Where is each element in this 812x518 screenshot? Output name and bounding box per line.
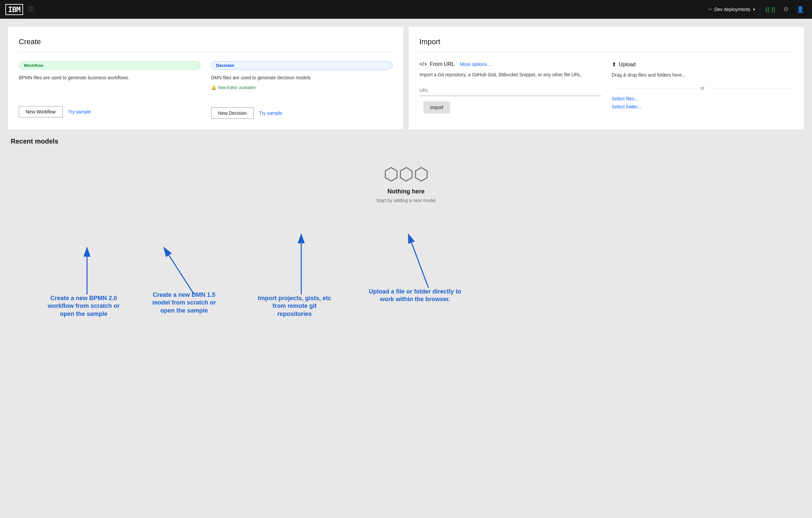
recent-title: Recent models: [11, 138, 801, 145]
select-files-link[interactable]: Select files...: [612, 96, 793, 101]
signal-icon[interactable]: ((·)): [763, 6, 778, 13]
import-annotation: Import projects, gists, etc from remote …: [254, 295, 335, 318]
create-divider: [19, 52, 393, 52]
new-decision-button[interactable]: New Decision: [211, 108, 254, 119]
workflow-badge: Workflow: [19, 61, 201, 70]
import-button[interactable]: Import: [424, 101, 450, 114]
or-label: or: [700, 85, 704, 91]
bell-icon: 🔔: [211, 85, 216, 90]
upload-annotation-text: Upload a file or folder directly to work…: [369, 288, 461, 303]
empty-state: ⬡⬡⬡ Nothing here Start by adding a new m…: [11, 151, 801, 216]
or-line-left: [612, 88, 697, 88]
main-content: Create Workflow BPMN files are used to g…: [0, 19, 812, 224]
decision-description: DMN files are used to generate decision …: [211, 74, 393, 81]
user-button[interactable]: 👤: [794, 3, 807, 16]
decision-annotation-text: Create a new DMN 1.5 model from scratch …: [152, 292, 216, 314]
empty-boxes-icon: ⬡⬡⬡: [383, 164, 429, 184]
upload-links: Select files... Select folder...: [612, 96, 793, 110]
decision-column: Decision DMN files are used to generate …: [211, 61, 393, 119]
empty-subtitle: Start by adding a new model: [376, 198, 435, 203]
svg-line-4: [408, 234, 429, 288]
deployment-button[interactable]: ✂ Dev deployments ▼: [704, 4, 760, 15]
more-options-link[interactable]: More options...: [460, 62, 491, 67]
from-url-section: </> From URL More options... Import a Gi…: [419, 61, 601, 114]
create-card: Create Workflow BPMN files are used to g…: [8, 27, 403, 129]
cards-row: Create Workflow BPMN files are used to g…: [8, 27, 804, 129]
from-url-description: Import a Git repository, a GitHub Gist, …: [419, 71, 601, 78]
url-input[interactable]: [419, 85, 601, 96]
workflow-description: BPMN files are used to generate business…: [19, 74, 201, 81]
deployment-scissors-icon: ✂: [708, 7, 712, 12]
svg-line-2: [164, 248, 194, 295]
app-header: IBM ⓘ ✂ Dev deployments ▼ ((·)) ⚙ 👤: [0, 0, 812, 19]
upload-icon: ⬆: [612, 61, 616, 68]
decision-sample-link[interactable]: Try sample: [259, 111, 282, 116]
new-editor-label: New Editor available!: [218, 85, 256, 90]
from-url-title-row: </> From URL More options...: [419, 61, 601, 67]
select-folder-link[interactable]: Select folder...: [612, 104, 793, 110]
upload-annotation: Upload a file or folder directly to work…: [368, 288, 462, 304]
or-divider: or: [612, 85, 793, 91]
create-grid: Workflow BPMN files are used to generate…: [19, 61, 393, 119]
create-card-title: Create: [19, 37, 393, 46]
workflow-annotation-text: Create a new BPMN 2.0 workflow from scra…: [48, 295, 119, 317]
settings-button[interactable]: ⚙: [781, 3, 791, 16]
import-card-title: Import: [419, 37, 793, 46]
or-line-right: [708, 88, 793, 88]
header-left: IBM ⓘ: [5, 4, 34, 15]
from-url-label: From URL: [430, 61, 455, 67]
header-right: ✂ Dev deployments ▼ ((·)) ⚙ 👤: [704, 3, 807, 16]
info-icon[interactable]: ⓘ: [28, 6, 34, 13]
decision-badge: Decision: [211, 61, 393, 70]
workflow-column: Workflow BPMN files are used to generate…: [19, 61, 201, 119]
import-card: Import </> From URL More options... Impo…: [409, 27, 804, 129]
upload-section: ⬆ Upload Drag & drop files and folders h…: [612, 61, 793, 114]
import-grid: </> From URL More options... Import a Gi…: [419, 61, 793, 114]
decision-annotation: Create a new DMN 1.5 model from scratch …: [147, 291, 221, 314]
workflow-annotation: Create a new BPMN 2.0 workflow from scra…: [44, 295, 124, 318]
deployment-label: Dev deployments: [714, 7, 750, 12]
ibm-logo: IBM: [5, 4, 23, 15]
chevron-down-icon: ▼: [752, 8, 756, 11]
upload-label: Upload: [619, 62, 636, 68]
code-icon: </>: [419, 61, 427, 67]
upload-title-row: ⬆ Upload: [612, 61, 793, 68]
decision-actions: New Decision Try sample: [211, 108, 393, 119]
upload-description: Drag & drop files and folders here...: [612, 71, 793, 79]
recent-section: Recent models ⬡⬡⬡ Nothing here Start by …: [8, 138, 804, 216]
new-editor-badge: 🔔 New Editor available!: [211, 85, 393, 90]
import-annotation-text: Import projects, gists, etc from remote …: [258, 295, 331, 317]
new-workflow-button[interactable]: New Workflow: [19, 106, 63, 118]
empty-title: Nothing here: [387, 188, 425, 195]
import-divider: [419, 52, 793, 52]
workflow-sample-link[interactable]: Try sample: [68, 109, 91, 115]
workflow-actions: New Workflow Try sample: [19, 106, 201, 118]
url-input-group: [419, 85, 601, 96]
